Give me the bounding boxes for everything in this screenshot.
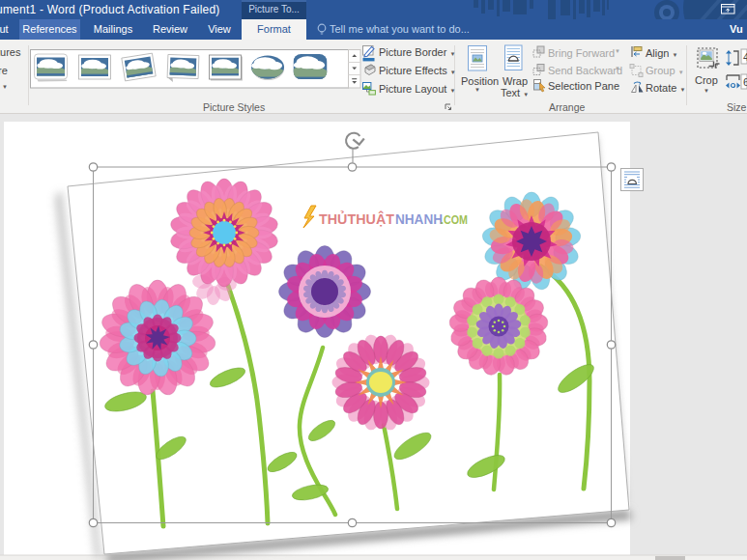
svg-text:NHANH: NHANH xyxy=(395,210,443,227)
svg-text:.COM: .COM xyxy=(441,212,468,227)
svg-text:THỦTHUẬT: THỦTHUẬT xyxy=(319,210,394,227)
